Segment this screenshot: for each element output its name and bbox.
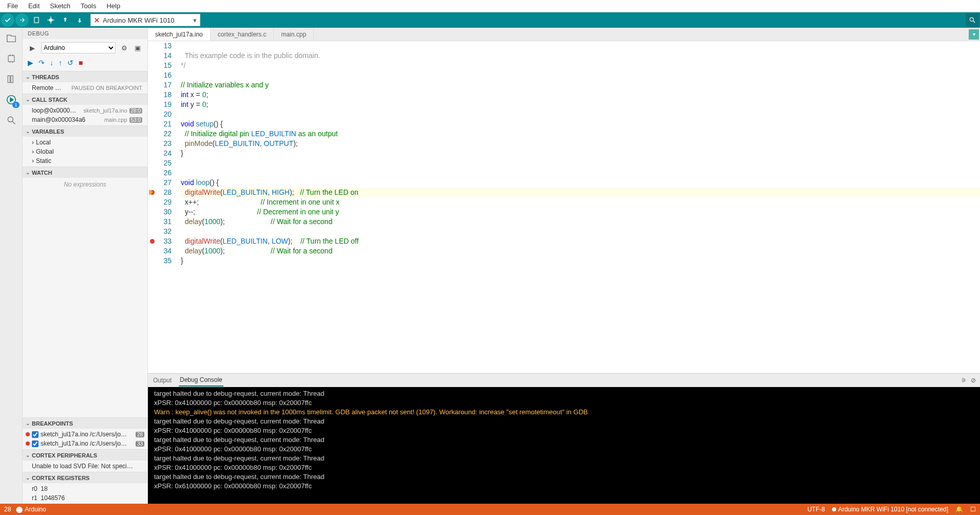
status-lang[interactable]: ⬤ Arduino: [16, 506, 46, 513]
debug-config-select[interactable]: Arduino: [41, 42, 116, 53]
debug-icon[interactable]: 1: [4, 93, 18, 107]
breakpoint-row[interactable]: sketch_jul17a.ino /c:/Users/jo… 33: [23, 439, 147, 448]
code-editor[interactable]: 1314151617181920212223242526272829303132…: [148, 41, 980, 373]
variables-header[interactable]: ⌄VARIABLES: [23, 125, 147, 137]
menu-tools[interactable]: Tools: [76, 1, 101, 11]
svg-rect-8: [8, 56, 14, 62]
editor-tabs: sketch_jul17a.ino cortex_handlers.c main…: [148, 28, 980, 41]
toolbar: ✕ Arduino MKR WiFi 1010 ▾: [0, 12, 980, 28]
status-board[interactable]: Arduino MKR WiFi 1010 [not connected]: [832, 506, 948, 513]
bottom-panel: Output Debug Console ⚞ ⊘ target halted d…: [148, 373, 980, 504]
board-selector[interactable]: ✕ Arduino MKR WiFi 1010 ▾: [90, 14, 200, 26]
debug-controls: ▶ ↷ ↓ ↑ ↺ ■: [23, 57, 147, 71]
library-manager-icon[interactable]: [4, 72, 18, 86]
panel-title: DEBUG: [23, 28, 147, 39]
register-row[interactable]: r0 18: [23, 484, 147, 493]
status-line[interactable]: 28: [4, 506, 11, 513]
boards-manager-icon[interactable]: [4, 51, 18, 66]
debug-console[interactable]: target halted due to debug-request, curr…: [148, 387, 980, 504]
menu-help[interactable]: Help: [101, 1, 125, 11]
activity-bar: 1: [0, 28, 23, 504]
debug-badge: 1: [12, 102, 19, 108]
debug-console-icon[interactable]: ▣: [133, 43, 142, 52]
status-bar: 28 ⬤ Arduino UTF-8 Arduino MKR WiFi 1010…: [0, 504, 980, 515]
serial-plotter-button[interactable]: [966, 13, 979, 27]
svg-line-7: [973, 21, 975, 23]
tab-menu-button[interactable]: ▾: [969, 29, 979, 40]
menu-sketch[interactable]: Sketch: [45, 1, 76, 11]
breakpoint-dot-icon: [26, 432, 30, 436]
var-scope-global[interactable]: ›Global: [23, 147, 147, 156]
breakpoints-header[interactable]: ⌄BREAKPOINTS: [23, 417, 147, 429]
svg-rect-0: [34, 17, 39, 23]
menu-edit[interactable]: Edit: [23, 1, 45, 11]
watch-empty: No expressions: [23, 179, 147, 190]
svg-line-18: [12, 122, 15, 124]
output-tab[interactable]: Output: [152, 375, 173, 386]
threads-header[interactable]: ⌄THREADS: [23, 71, 147, 82]
stop-button[interactable]: ■: [79, 59, 83, 67]
save-button[interactable]: [73, 13, 86, 27]
explorer-icon[interactable]: [4, 31, 18, 45]
stack-frame[interactable]: main@0x000034a6 main.cpp 53:0: [23, 115, 147, 124]
svg-point-1: [49, 19, 53, 22]
notifications-icon[interactable]: 🔔: [955, 506, 963, 513]
upload-button[interactable]: [15, 13, 29, 27]
tab-main-cpp[interactable]: main.cpp: [274, 28, 314, 41]
register-row[interactable]: r1 1048576: [23, 493, 147, 503]
var-scope-static[interactable]: ›Static: [23, 156, 147, 165]
plug-icon: [832, 507, 836, 511]
chevron-down-icon: ▾: [193, 16, 197, 24]
clear-console-icon[interactable]: ⊘: [971, 377, 976, 384]
cortex-regs-header[interactable]: ⌄CORTEX REGISTERS: [23, 472, 147, 483]
debug-console-tab[interactable]: Debug Console: [179, 374, 223, 387]
step-over-button[interactable]: ↷: [39, 59, 45, 67]
callstack-header[interactable]: ⌄CALL STACK: [23, 94, 147, 105]
editor-area: sketch_jul17a.ino cortex_handlers.c main…: [148, 28, 980, 504]
verify-button[interactable]: [1, 13, 14, 27]
menu-bar: File Edit Sketch Tools Help: [0, 0, 980, 12]
debug-toolbar-button[interactable]: [44, 13, 58, 27]
svg-marker-16: [10, 98, 13, 101]
svg-point-6: [970, 17, 973, 21]
cortex-periph-header[interactable]: ⌄CORTEX PERIPHERALS: [23, 449, 147, 461]
var-scope-local[interactable]: ›Local: [23, 138, 147, 147]
board-disconnected-icon: ✕: [94, 16, 100, 24]
svg-rect-14: [11, 76, 13, 82]
step-out-button[interactable]: ↑: [59, 59, 62, 67]
gear-icon[interactable]: ⚙: [120, 43, 129, 52]
debug-panel: DEBUG ▶ Arduino ⚙ ▣ ▶ ↷ ↓ ↑ ↺ ■ ⌄THREADS…: [23, 28, 148, 504]
filter-icon[interactable]: ⚞: [961, 377, 967, 384]
cortex-periph-msg: Unable to load SVD File: Not speci…: [23, 462, 147, 471]
restart-button[interactable]: ↺: [67, 59, 73, 67]
board-name: Arduino MKR WiFi 1010: [103, 16, 174, 24]
svg-rect-13: [8, 76, 10, 82]
breakpoint-dot-icon: [26, 442, 30, 446]
start-debug-icon[interactable]: ▶: [28, 43, 37, 52]
stack-frame[interactable]: loop@0x0000… sketch_jul17a.ino 28:0: [23, 106, 147, 115]
menu-file[interactable]: File: [2, 1, 23, 11]
continue-button[interactable]: ▶: [28, 59, 33, 67]
search-icon[interactable]: [4, 113, 18, 127]
status-encoding[interactable]: UTF-8: [807, 506, 825, 513]
new-sketch-button[interactable]: [30, 13, 43, 27]
close-panel-icon[interactable]: ☐: [970, 506, 976, 513]
open-button[interactable]: [59, 13, 72, 27]
breakpoint-row[interactable]: sketch_jul17a.ino /c:/Users/jo… 28: [23, 430, 147, 439]
breakpoint-checkbox[interactable]: [32, 431, 39, 438]
breakpoint-checkbox[interactable]: [32, 440, 39, 447]
tab-sketch[interactable]: sketch_jul17a.ino: [148, 28, 211, 41]
step-into-button[interactable]: ↓: [50, 59, 53, 67]
svg-point-17: [8, 117, 13, 122]
thread-row[interactable]: Remote … PAUSED ON BREAKPOINT: [23, 83, 147, 93]
watch-header[interactable]: ⌄WATCH: [23, 167, 147, 178]
tab-cortex-handlers[interactable]: cortex_handlers.c: [211, 28, 274, 41]
